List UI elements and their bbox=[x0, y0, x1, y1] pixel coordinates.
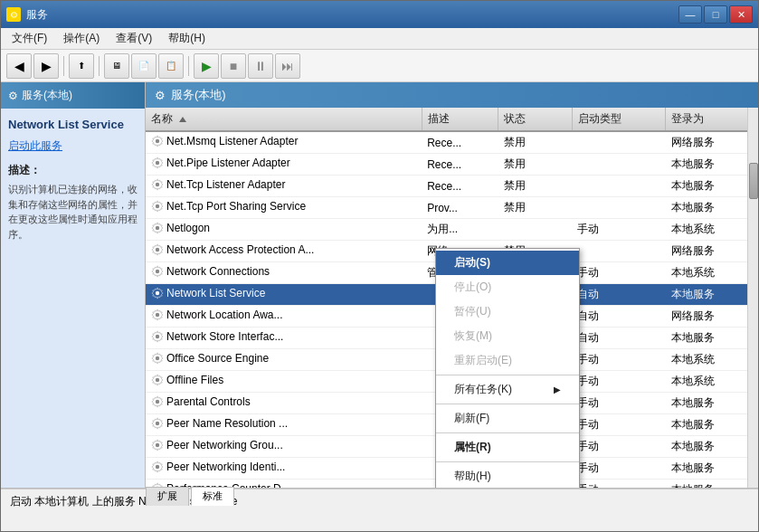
cell-startup: 自动 bbox=[572, 306, 665, 328]
col-startup[interactable]: 启动类型 bbox=[572, 108, 665, 131]
maximize-button[interactable]: □ bbox=[704, 5, 727, 24]
cell-name: Offline Files bbox=[146, 371, 422, 393]
menu-bar: 文件(F) 操作(A) 查看(V) 帮助(H) bbox=[1, 28, 758, 50]
cell-login: 本地服务 bbox=[666, 154, 758, 176]
cell-name: Parental Controls bbox=[146, 393, 422, 414]
cell-startup bbox=[572, 131, 665, 154]
cell-status: 禁用 bbox=[498, 197, 572, 219]
play-button[interactable]: ▶ bbox=[194, 53, 219, 79]
cell-login: 本地服务 bbox=[666, 480, 758, 489]
pause-button[interactable]: ⏸ bbox=[248, 53, 273, 79]
cell-desc: Rece... bbox=[422, 131, 498, 154]
cell-login: 本地服务 bbox=[666, 197, 758, 219]
svg-point-3 bbox=[156, 204, 159, 208]
sidebar-content: Network List Service 启动此服务 描述： 识别计算机已连接的… bbox=[1, 109, 145, 488]
title-bar: ⚙ 服务 — □ ✕ bbox=[1, 1, 758, 28]
sidebar-gear-icon: ⚙ bbox=[8, 90, 18, 102]
menu-view[interactable]: 查看(V) bbox=[109, 29, 159, 48]
minimize-button[interactable]: — bbox=[678, 5, 702, 24]
toolbar: ◀ ▶ ⬆ 🖥 📄 📋 ▶ ■ ⏸ ⏭ bbox=[1, 50, 758, 82]
menu-file[interactable]: 文件(F) bbox=[5, 29, 54, 48]
svg-point-2 bbox=[156, 183, 159, 186]
cell-name: Network List Service bbox=[146, 284, 422, 306]
scrollbar-vertical[interactable] bbox=[747, 108, 758, 488]
properties-button[interactable]: 📋 bbox=[158, 53, 184, 79]
stop-button[interactable]: ■ bbox=[221, 53, 246, 79]
cell-startup: 手动 bbox=[572, 393, 665, 414]
cell-name: Office Source Engine bbox=[146, 349, 422, 371]
cell-login: 本地服务 bbox=[666, 414, 758, 436]
start-service-link[interactable]: 启动此服务 bbox=[8, 138, 138, 154]
context-menu: 启动(S) 停止(O) 暂停(U) 恢复(M) 重新启动(E) 所有任务(K) … bbox=[435, 248, 580, 488]
cell-desc: Prov... bbox=[422, 197, 498, 219]
export-button[interactable]: 📄 bbox=[131, 53, 157, 79]
cell-startup: 手动 bbox=[572, 371, 665, 393]
sort-arrow-icon bbox=[179, 117, 186, 122]
cell-name: Net.Pipe Listener Adapter bbox=[146, 154, 422, 176]
context-menu-pause: 暂停(U) bbox=[436, 299, 579, 324]
sidebar-desc-text: 识别计算机已连接的网络，收集和存储这些网络的属性，并在更改这些属性时通知应用程序… bbox=[8, 182, 138, 242]
context-menu-refresh[interactable]: 刷新(F) bbox=[436, 406, 579, 431]
svg-point-4 bbox=[156, 226, 159, 230]
cell-name: Net.Tcp Port Sharing Service bbox=[146, 197, 422, 219]
col-status[interactable]: 状态 bbox=[498, 108, 572, 131]
svg-point-13 bbox=[156, 422, 159, 425]
cell-login: 本地系统 bbox=[666, 219, 758, 241]
main-content: ⚙ 服务(本地) Network List Service 启动此服务 描述： … bbox=[1, 82, 758, 488]
cell-desc: Rece... bbox=[422, 154, 498, 176]
col-desc[interactable]: 描述 bbox=[422, 108, 498, 131]
context-menu-help[interactable]: 帮助(H) bbox=[436, 464, 579, 488]
menu-action[interactable]: 操作(A) bbox=[56, 29, 107, 48]
table-row[interactable]: Net.Tcp Port Sharing Service Prov... 禁用 … bbox=[146, 197, 758, 219]
cell-login: 网络服务 bbox=[666, 306, 758, 328]
restart-button[interactable]: ⏭ bbox=[275, 53, 300, 79]
context-menu-all-tasks[interactable]: 所有任务(K) ▶ bbox=[436, 377, 579, 402]
svg-point-1 bbox=[156, 161, 159, 165]
context-menu-start[interactable]: 启动(S) bbox=[436, 251, 579, 275]
table-row[interactable]: Net.Pipe Listener Adapter Rece... 禁用 本地服… bbox=[146, 154, 758, 176]
up-button[interactable]: ⬆ bbox=[69, 53, 94, 79]
status-area: 扩展 标准 启动 本地计算机 上的服务 Network List Service bbox=[1, 488, 758, 531]
content-header: ⚙ 服务(本地) bbox=[146, 82, 758, 108]
cell-name: Peer Networking Identi... bbox=[146, 458, 422, 480]
cell-status bbox=[498, 219, 572, 241]
cell-name: Network Access Protection A... bbox=[146, 241, 422, 262]
window-icon: ⚙ bbox=[6, 7, 21, 22]
cell-login: 本地服务 bbox=[666, 458, 758, 480]
cell-login: 本地系统 bbox=[666, 349, 758, 371]
table-header-row: 名称 描述 状态 启动类型 登录为 bbox=[146, 108, 758, 131]
cell-startup: 手动 bbox=[572, 262, 665, 284]
status-bar: 启动 本地计算机 上的服务 Network List Service bbox=[1, 489, 758, 514]
forward-button[interactable]: ▶ bbox=[33, 53, 59, 79]
content-header-label: 服务(本地) bbox=[171, 87, 226, 103]
sidebar-header: ⚙ 服务(本地) bbox=[1, 82, 145, 109]
context-sep-2 bbox=[436, 404, 579, 404]
table-row[interactable]: Net.Tcp Listener Adapter Rece... 禁用 本地服务 bbox=[146, 176, 758, 197]
title-bar-left: ⚙ 服务 bbox=[6, 7, 48, 23]
menu-help[interactable]: 帮助(H) bbox=[161, 29, 213, 48]
cell-desc: 为用... bbox=[422, 219, 498, 241]
context-menu-properties[interactable]: 属性(R) bbox=[436, 435, 579, 460]
cell-login: 本地服务 bbox=[666, 328, 758, 349]
cell-name: Netlogon bbox=[146, 219, 422, 241]
content-area: ⚙ 服务(本地) 名称 描述 状态 启动类型 登录为 bbox=[146, 82, 758, 488]
table-row[interactable]: Net.Msmq Listener Adapter Rece... 禁用 网络服… bbox=[146, 131, 758, 154]
col-login[interactable]: 登录为 bbox=[666, 108, 758, 131]
col-name[interactable]: 名称 bbox=[146, 108, 422, 131]
cell-startup bbox=[572, 154, 665, 176]
back-button[interactable]: ◀ bbox=[6, 53, 32, 79]
cell-login: 本地服务 bbox=[666, 393, 758, 414]
table-row[interactable]: Netlogon 为用... 手动 本地系统 bbox=[146, 219, 758, 241]
show-hide-button[interactable]: 🖥 bbox=[104, 53, 129, 79]
cell-login: 本地系统 bbox=[666, 371, 758, 393]
cell-login: 网络服务 bbox=[666, 131, 758, 154]
close-button[interactable]: ✕ bbox=[729, 5, 753, 24]
title-controls: — □ ✕ bbox=[678, 5, 753, 24]
cell-login: 本地服务 bbox=[666, 436, 758, 458]
svg-point-14 bbox=[156, 443, 159, 447]
tab-expand[interactable]: 扩展 bbox=[146, 487, 189, 506]
content-gear-icon: ⚙ bbox=[155, 89, 166, 102]
context-sep-1 bbox=[436, 375, 579, 375]
context-sep-4 bbox=[436, 461, 579, 462]
tab-standard[interactable]: 标准 bbox=[191, 487, 234, 506]
